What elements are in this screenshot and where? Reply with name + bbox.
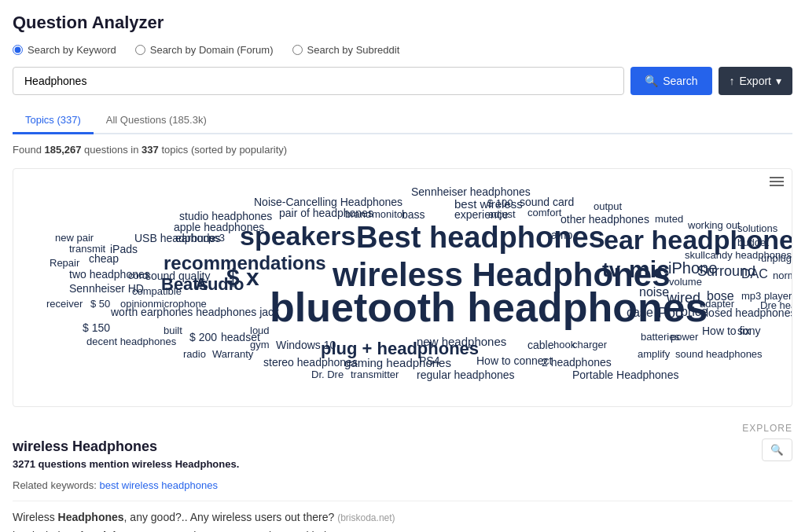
word-cloud-word[interactable]: brand: [345, 208, 371, 220]
word-cloud-word[interactable]: other headphones: [561, 213, 649, 226]
word-cloud-word[interactable]: $ 150: [83, 321, 110, 334]
word-cloud-word[interactable]: apple headphones: [174, 221, 264, 233]
tab-topics[interactable]: Topics (337): [13, 108, 94, 134]
word-cloud-word[interactable]: compatible: [132, 285, 182, 297]
word-cloud-word[interactable]: two headphones: [69, 268, 150, 281]
explore-label: EXPLORE: [13, 423, 792, 434]
word-cloud-word[interactable]: $ x: [226, 264, 259, 291]
word-cloud-word[interactable]: sound headphones: [675, 348, 763, 360]
export-button[interactable]: ↑ Export ▾: [719, 67, 792, 95]
word-cloud: bluetooth headphoneswireless HeadphonesB…: [26, 182, 779, 394]
word-cloud-word[interactable]: ps3: [208, 232, 225, 244]
word-cloud-word[interactable]: regular headphones: [417, 369, 515, 381]
word-cloud-word[interactable]: wired: [667, 290, 700, 306]
word-cloud-word[interactable]: Dre headphones: [760, 299, 792, 311]
tab-all-questions[interactable]: All Questions (185.3k): [94, 108, 219, 134]
word-cloud-word[interactable]: comfort: [527, 207, 561, 218]
word-cloud-word[interactable]: stereo headphones: [263, 356, 358, 369]
radio-keyword[interactable]: Search by Keyword: [13, 44, 116, 56]
word-cloud-word[interactable]: sound quality: [145, 270, 211, 282]
word-cloud-word[interactable]: studio headphones: [179, 210, 272, 222]
word-cloud-word[interactable]: radio: [183, 348, 206, 360]
word-cloud-word[interactable]: amplify: [638, 348, 670, 360]
word-cloud-word[interactable]: $ 200: [189, 331, 217, 343]
word-cloud-word[interactable]: How to connect: [476, 354, 553, 367]
word-cloud-word[interactable]: volume: [669, 276, 702, 288]
page-title: Question Analyzer: [13, 13, 792, 33]
word-cloud-word[interactable]: built: [164, 325, 182, 336]
word-cloud-word[interactable]: charger: [572, 339, 607, 350]
word-cloud-word[interactable]: worth earphones headphones jack: [111, 306, 279, 318]
word-cloud-container: bluetooth headphoneswireless HeadphonesB…: [13, 168, 792, 407]
word-cloud-word[interactable]: working out: [688, 219, 740, 231]
related-keywords: Related keywords: best wireless headphon…: [13, 479, 792, 491]
word-cloud-word[interactable]: Dr. Dre: [311, 369, 344, 380]
word-cloud-word[interactable]: iPod: [655, 305, 683, 321]
word-cloud-word[interactable]: decent headphones: [86, 336, 176, 347]
word-cloud-word[interactable]: bass: [402, 208, 425, 221]
word-cloud-word[interactable]: tv: [602, 258, 620, 282]
word-cloud-word[interactable]: budget: [737, 237, 769, 248]
word-cloud-word[interactable]: receiver: [46, 298, 83, 310]
tabs-row: Topics (337) All Questions (185.3k): [13, 108, 792, 134]
radio-subreddit[interactable]: Search by Subreddit: [292, 44, 400, 56]
question-link[interactable]: Wireless Headphones, any good?.. Any wir…: [13, 511, 792, 523]
word-cloud-word[interactable]: cable: [527, 339, 553, 351]
word-cloud-word[interactable]: new pair: [55, 232, 94, 244]
word-cloud-word[interactable]: muted: [655, 213, 683, 225]
search-button[interactable]: 🔍 Search: [630, 67, 711, 95]
word-cloud-word[interactable]: monitor: [372, 208, 406, 220]
word-cloud-word[interactable]: mic: [629, 256, 670, 283]
word-cloud-word[interactable]: unplugged: [761, 252, 792, 264]
word-cloud-word[interactable]: Windows 10: [276, 339, 336, 351]
word-cloud-word[interactable]: experience: [454, 208, 509, 221]
word-cloud-word[interactable]: transmit: [69, 243, 105, 255]
word-cloud-word[interactable]: case: [627, 306, 653, 320]
word-cloud-word[interactable]: transmitter: [351, 369, 399, 380]
questions-list: Wireless Headphones, any good?.. Any wir…: [13, 511, 792, 532]
results-info: Found 185,267 questions in 337 topics (s…: [13, 144, 792, 156]
export-icon: ↑: [730, 75, 735, 87]
chevron-down-icon: ▾: [776, 75, 781, 87]
word-cloud-word[interactable]: sony: [737, 325, 761, 337]
section-search-button[interactable]: 🔍: [762, 438, 792, 461]
word-cloud-word[interactable]: loud: [250, 325, 270, 336]
word-cloud-word[interactable]: power: [671, 331, 698, 343]
word-cloud-word[interactable]: Portable Headphones: [572, 369, 678, 381]
search-icon: 🔍: [645, 75, 658, 87]
word-cloud-word[interactable]: amp: [551, 229, 572, 241]
word-cloud-word[interactable]: iPads: [110, 243, 138, 255]
word-cloud-word[interactable]: Sennheiser headphones: [411, 185, 531, 198]
word-cloud-word[interactable]: output: [594, 200, 622, 212]
word-cloud-word[interactable]: solutions: [737, 222, 777, 234]
search-bar: 🔍 Search ↑ Export ▾: [13, 67, 792, 95]
word-cloud-word[interactable]: Repair: [50, 257, 79, 269]
section-header: wireless Headphones 3271 questions menti…: [13, 438, 792, 479]
search-input[interactable]: [13, 67, 624, 95]
radio-domain[interactable]: Search by Domain (Forum): [135, 44, 274, 56]
word-cloud-word[interactable]: $ 50: [90, 298, 110, 310]
word-cloud-word[interactable]: noise: [639, 285, 669, 299]
section-count: 3271 questions mention wireless Headphon…: [13, 458, 239, 470]
search-type-group: Search by Keyword Search by Domain (Foru…: [13, 44, 792, 56]
section-title: wireless Headphones: [13, 438, 239, 455]
word-cloud-word[interactable]: $ 100: [487, 197, 513, 209]
magnifier-icon: 🔍: [770, 444, 784, 456]
word-cloud-word[interactable]: adapter: [700, 298, 734, 310]
word-cloud-word[interactable]: DAC: [741, 267, 768, 281]
divider: [13, 501, 792, 501]
related-keyword-link[interactable]: best wireless headphones: [100, 479, 218, 491]
word-cloud-word[interactable]: normal: [773, 270, 792, 281]
word-cloud-word[interactable]: Warranty: [212, 348, 253, 360]
